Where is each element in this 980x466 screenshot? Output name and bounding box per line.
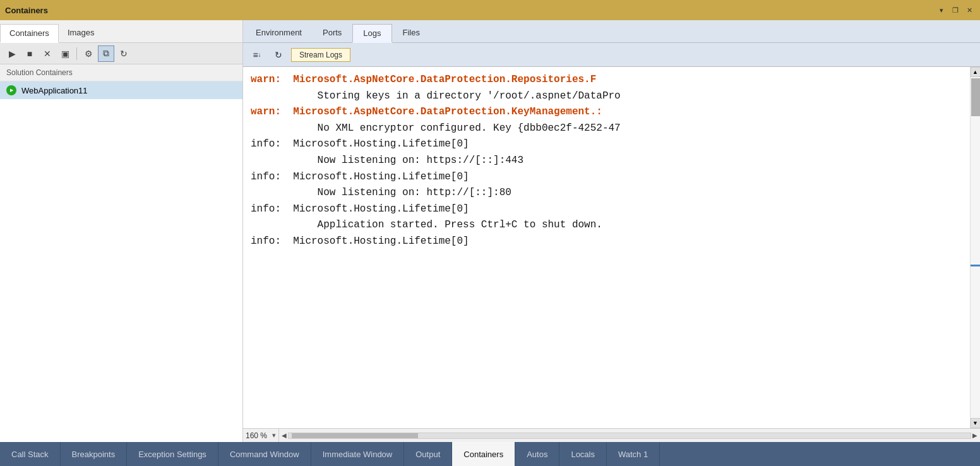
status-tab-watch1[interactable]: Watch 1 xyxy=(607,442,660,466)
status-tab-breakpoints[interactable]: Breakpoints xyxy=(61,442,128,466)
left-panel: ContainersImages ▶■✕▣⚙⧉↻ Solution Contai… xyxy=(0,20,243,442)
right-tabs: EnvironmentPortsLogsFiles xyxy=(243,20,980,43)
dropdown-btn[interactable]: ▾ xyxy=(936,4,947,16)
restore-btn[interactable]: ❐ xyxy=(950,4,961,16)
scroll-to-bottom-icon: ≡ xyxy=(253,50,258,60)
container-status-webapp11 xyxy=(6,85,16,95)
left-tab-images[interactable]: Images xyxy=(59,24,104,42)
scroll-to-bottom-btn[interactable]: ≡ ↓ xyxy=(248,46,266,64)
h-scroll-right-btn[interactable]: ▶ xyxy=(971,432,979,439)
right-tab-files[interactable]: Files xyxy=(393,24,430,42)
scrollbar-thumb[interactable] xyxy=(971,78,980,116)
left-tab-containers[interactable]: Containers xyxy=(0,24,59,43)
title-bar-left: Containers xyxy=(5,6,48,15)
status-tab-exception-settings[interactable]: Exception Settings xyxy=(127,442,218,466)
left-toolbar: ▶■✕▣⚙⧉↻ xyxy=(0,43,242,64)
main-area: ContainersImages ▶■✕▣⚙⧉↻ Solution Contai… xyxy=(0,20,980,442)
status-tab-immediate-window[interactable]: Immediate Window xyxy=(311,442,405,466)
container-name-webapp11: WebApplication11 xyxy=(21,86,88,95)
right-toolbar: ≡ ↓ ↻ Stream Logs xyxy=(243,43,980,67)
log-text: warn: Microsoft.AspNetCore.DataProtectio… xyxy=(243,67,970,428)
status-tab-call-stack[interactable]: Call Stack xyxy=(0,442,61,466)
toolbar-btn-delete[interactable]: ✕ xyxy=(39,45,56,62)
solution-label: Solution Containers xyxy=(0,64,242,81)
bottom-bar: 160 % ▾ ◀ ▶ xyxy=(243,428,980,442)
title-controls: ▾ ❐ ✕ xyxy=(936,4,975,16)
log-content: warn: Microsoft.AspNetCore.DataProtectio… xyxy=(243,67,980,428)
status-tab-output[interactable]: Output xyxy=(404,442,452,466)
toolbar-btn-copy-active[interactable]: ⧉ xyxy=(98,45,114,62)
zoom-value: 160 % xyxy=(246,431,271,440)
toolbar-btn-stop[interactable]: ■ xyxy=(21,45,38,62)
status-tab-locals[interactable]: Locals xyxy=(559,442,607,466)
container-list: WebApplication11 xyxy=(0,81,242,442)
right-tab-logs[interactable]: Logs xyxy=(352,24,391,43)
toolbar-btn-settings[interactable]: ⚙ xyxy=(80,45,97,62)
right-panel: EnvironmentPortsLogsFiles ≡ ↓ ↻ Stream L… xyxy=(243,20,980,442)
right-tab-ports[interactable]: Ports xyxy=(313,24,352,42)
refresh-btn[interactable]: ↻ xyxy=(270,46,287,64)
scrollbar-up-btn[interactable]: ▲ xyxy=(971,67,981,77)
close-btn[interactable]: ✕ xyxy=(964,4,975,16)
toolbar-btn-refresh[interactable]: ↻ xyxy=(116,45,132,62)
zoom-control: 160 % ▾ xyxy=(243,429,279,442)
status-tab-containers-tab[interactable]: Containers xyxy=(452,442,515,466)
log-scrollbar: ▲ ▼ xyxy=(970,67,980,428)
zoom-dropdown-btn[interactable]: ▾ xyxy=(272,431,276,439)
status-tab-command-window[interactable]: Command Window xyxy=(218,442,311,466)
h-scroll-track[interactable] xyxy=(288,433,971,439)
toolbar-btn-terminal[interactable]: ▣ xyxy=(57,45,73,62)
left-tabs: ContainersImages xyxy=(0,20,242,43)
title-text: Containers xyxy=(5,6,48,15)
container-item-webapp11[interactable]: WebApplication11 xyxy=(0,81,242,99)
right-tab-environment[interactable]: Environment xyxy=(246,24,312,42)
scrollbar-position-indicator xyxy=(971,265,981,266)
toolbar-btn-play[interactable]: ▶ xyxy=(4,45,20,62)
scrollbar-track[interactable] xyxy=(971,77,981,418)
scrollbar-down-btn[interactable]: ▼ xyxy=(971,418,981,428)
horizontal-scroll-area: ◀ ▶ xyxy=(279,429,980,442)
toolbar-separator xyxy=(76,47,77,60)
arrow-down-icon: ↓ xyxy=(258,51,261,58)
status-bar: Call StackBreakpointsException SettingsC… xyxy=(0,442,980,466)
h-scroll-thumb[interactable] xyxy=(292,433,418,438)
title-bar: Containers ▾ ❐ ✕ xyxy=(0,0,980,20)
stream-logs-button[interactable]: Stream Logs xyxy=(291,48,350,62)
status-tab-autos[interactable]: Autos xyxy=(515,442,559,466)
refresh-icon: ↻ xyxy=(275,50,282,60)
h-scroll-left-btn[interactable]: ◀ xyxy=(280,432,288,439)
